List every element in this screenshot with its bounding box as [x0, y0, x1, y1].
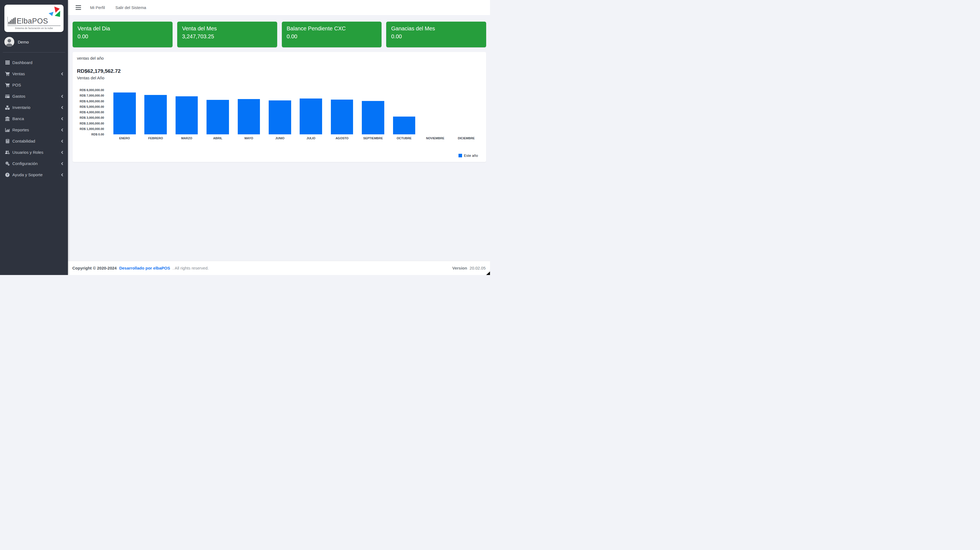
- chevron-left-icon: [60, 117, 64, 120]
- stat-card-balance-pendiente-cxc: Balance Pendiente CXC 0.00: [282, 22, 382, 48]
- chevron-left-icon: [60, 72, 64, 76]
- bar-column: JULIO: [296, 90, 326, 134]
- hamburger-menu-icon[interactable]: [72, 3, 85, 12]
- bar-column: ABRIL: [202, 90, 233, 134]
- y-axis-tick-label: RD$ 5,000,000.00: [80, 105, 104, 108]
- legend-swatch: [458, 154, 462, 157]
- rights-text: . All rights reserved.: [173, 266, 209, 270]
- bar[interactable]: [362, 101, 384, 134]
- sidebar: ElbaPOS Sistema de facturación en la nub…: [0, 0, 68, 275]
- legend-label: Este año: [464, 154, 478, 158]
- stat-card-title: Ganacias del Mes: [391, 25, 481, 33]
- chevron-left-icon: [60, 139, 64, 143]
- content: Venta del Dia 0.00 Venta del Mes 3,247,7…: [68, 15, 490, 261]
- bar-chart[interactable]: RD$ 8,000,000.00RD$ 7,000,000.00RD$ 6,00…: [77, 90, 482, 134]
- bars-area: ENERO FEBRERO MARZO ABRIL MAYO JUNIO JUL…: [109, 90, 482, 134]
- bar[interactable]: [393, 117, 415, 134]
- x-axis-label: JUNIO: [264, 136, 295, 140]
- sidebar-item-usuarios-y-roles[interactable]: Usuarios y Roles: [0, 147, 68, 158]
- footer-copyright: Copyright © 2020-2024 Desarrollado por e…: [72, 266, 209, 270]
- bar[interactable]: [331, 100, 353, 134]
- x-axis-label: SEPTIEMBRE: [358, 136, 388, 140]
- chevron-left-icon: [60, 151, 64, 154]
- stat-card-venta-del-mes: Venta del Mes 3,247,703.25: [177, 22, 277, 48]
- sidebar-item-contabilidad[interactable]: Contabilidad: [0, 135, 68, 147]
- grid-icon: [5, 60, 10, 65]
- stat-card-value: 0.00: [391, 33, 481, 41]
- copyright-text: Copyright © 2020-2024: [72, 266, 117, 270]
- chart-card: ventas del año RD$62,179,562.72 Ventas d…: [73, 52, 486, 162]
- x-axis-label: ENERO: [109, 136, 140, 140]
- sidebar-item-inventario[interactable]: Inventario: [0, 102, 68, 113]
- bar-column: MARZO: [171, 90, 202, 134]
- stat-card-title: Venta del Mes: [182, 25, 272, 33]
- bar-column: ENERO: [109, 90, 140, 134]
- x-axis-label: ABRIL: [202, 136, 233, 140]
- user-panel[interactable]: Demo: [0, 32, 68, 52]
- bar-column: SEPTIEMBRE: [358, 90, 388, 134]
- x-axis-label: NOVIEMBRE: [420, 136, 450, 140]
- main-area: Mi Perfil Salir del Sistema Venta del Di…: [68, 0, 490, 275]
- x-axis-label: DICIEMBRE: [451, 136, 482, 140]
- cart-icon: [5, 83, 10, 87]
- sidebar-item-dashboard[interactable]: Dashboard: [0, 57, 68, 68]
- bar-chart-icon: [5, 128, 10, 132]
- topbar: Mi Perfil Salir del Sistema: [68, 0, 490, 15]
- sidebar-item-reportes[interactable]: Reportes: [0, 124, 68, 135]
- y-axis-tick-label: RD$ 8,000,000.00: [80, 89, 104, 92]
- bar[interactable]: [144, 95, 167, 134]
- sidebar-item-banca[interactable]: Banca: [0, 113, 68, 124]
- y-axis-tick-label: RD$ 7,000,000.00: [80, 94, 104, 97]
- bar[interactable]: [175, 96, 198, 134]
- bar-column: DICIEMBRE: [451, 90, 482, 134]
- x-axis-label: OCTUBRE: [389, 136, 420, 140]
- brand-logo[interactable]: ElbaPOS Sistema de facturación en la nub…: [5, 5, 64, 32]
- calculator-icon: [5, 139, 10, 143]
- y-axis-tick-label: RD$ 3,000,000.00: [80, 116, 104, 119]
- sidebar-item-ayuda-y-soporte[interactable]: ? Ayuda y Soporte: [0, 169, 68, 180]
- topbar-link-salir[interactable]: Salir del Sistema: [110, 3, 151, 12]
- brand-name: ElbaPOS: [17, 18, 48, 25]
- cart-icon: [5, 72, 10, 76]
- stat-card-ganacias-del-mes: Ganacias del Mes 0.00: [386, 22, 486, 48]
- sidebar-item-configuracion[interactable]: Configuración: [0, 158, 68, 169]
- bar-column: AGOSTO: [326, 90, 358, 134]
- bar[interactable]: [113, 92, 136, 134]
- chevron-left-icon: [60, 106, 64, 109]
- bank-icon: [5, 117, 10, 121]
- svg-text:?: ?: [6, 173, 8, 176]
- chevron-left-icon: [60, 162, 64, 165]
- sidebar-item-pos[interactable]: POS: [0, 79, 68, 90]
- bar[interactable]: [300, 98, 322, 134]
- bar[interactable]: [207, 100, 229, 134]
- stat-card-title: Venta del Dia: [78, 25, 168, 33]
- sidebar-item-gastos[interactable]: Gastos: [0, 90, 68, 102]
- developer-link[interactable]: Desarrollado por elbaPOS: [119, 266, 170, 270]
- footer-version: Version 20.02.05: [452, 266, 485, 270]
- sidebar-item-ventas[interactable]: Ventas: [0, 68, 68, 79]
- footer: Copyright © 2020-2024 Desarrollado por e…: [68, 261, 490, 275]
- gears-icon: [5, 162, 10, 166]
- topbar-link-mi-perfil[interactable]: Mi Perfil: [85, 3, 110, 12]
- y-axis: RD$ 8,000,000.00RD$ 7,000,000.00RD$ 6,00…: [77, 90, 104, 134]
- y-axis-tick-label: RD$ 6,000,000.00: [80, 100, 104, 103]
- stat-card-venta-del-dia: Venta del Dia 0.00: [73, 22, 173, 48]
- y-axis-tick-label: RD$ 2,000,000.00: [80, 122, 104, 125]
- y-axis-tick-label: RD$ 0.00: [91, 133, 104, 136]
- chevron-left-icon: [60, 95, 64, 98]
- x-axis-label: FEBRERO: [140, 136, 171, 140]
- y-axis-tick-label: RD$ 1,000,000.00: [80, 127, 104, 130]
- sidebar-menu: Dashboard Ventas POS Gastos Inventario B…: [0, 57, 68, 180]
- bar[interactable]: [269, 100, 291, 134]
- credit-card-icon: [5, 94, 10, 98]
- bar[interactable]: [238, 99, 260, 134]
- app-window: ElbaPOS Sistema de facturación en la nub…: [0, 0, 490, 275]
- bar-column: JUNIO: [264, 90, 295, 134]
- avatar: [5, 37, 14, 47]
- chart-legend[interactable]: Este año: [77, 154, 482, 158]
- chart-total-value: RD$62,179,562.72: [77, 68, 482, 74]
- logo-triangles-icon: [48, 6, 61, 17]
- version-number: 20.02.05: [470, 266, 485, 270]
- x-axis-label: JULIO: [296, 136, 326, 140]
- bar-column: OCTUBRE: [389, 90, 420, 134]
